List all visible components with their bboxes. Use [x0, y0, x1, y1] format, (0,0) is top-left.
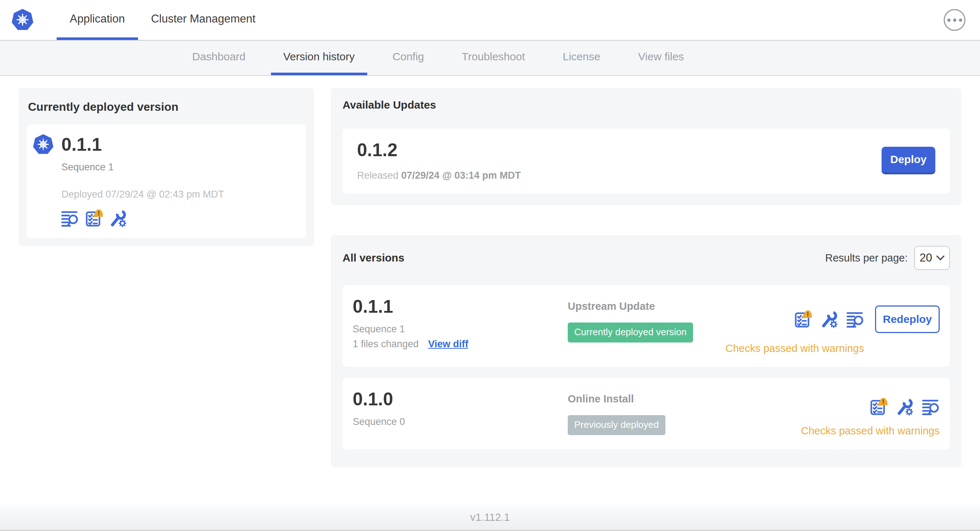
deployed-version-number: 0.1.1: [61, 134, 298, 155]
currently-deployed-title: Currently deployed version: [28, 100, 305, 114]
subnav-item-view-files[interactable]: View files: [626, 41, 696, 75]
row-source-label: Online Install: [568, 393, 801, 405]
update-info: 0.1.2 Released 07/29/24 @ 03:14 pm MDT: [357, 140, 521, 181]
admin-console-page: Application Cluster Management Dashboard…: [0, 0, 980, 531]
tab-cluster-management[interactable]: Cluster Management: [138, 0, 269, 40]
main-content: Currently deployed version 0.1.1 Sequenc…: [0, 76, 980, 505]
all-versions-header: All versions Results per page: 20: [342, 246, 950, 270]
diff-logs-icon[interactable]: [847, 310, 864, 328]
tab-application-label: Application: [70, 12, 125, 25]
page-footer: v1.112.1: [0, 505, 980, 531]
version-row-0-1-0: 0.1.0 Sequence 0 Online Install Previous…: [342, 378, 950, 449]
subnav-item-troubleshoot[interactable]: Troubleshoot: [449, 41, 537, 75]
version-row-left: 0.1.0 Sequence 0: [353, 389, 568, 437]
top-tab-bar: Application Cluster Management: [57, 0, 269, 40]
files-changed-label: 1 files changed: [353, 339, 419, 350]
config-icon[interactable]: [821, 310, 838, 328]
deployed-version-actions: [61, 210, 298, 227]
preflight-checks-warning-icon[interactable]: [870, 398, 888, 415]
version-row-middle: Upstream Update Currently deployed versi…: [568, 296, 725, 355]
chevron-down-icon: [936, 255, 944, 261]
diff-logs-icon[interactable]: [922, 398, 940, 415]
view-diff-link[interactable]: View diff: [428, 339, 469, 350]
tab-application[interactable]: Application: [57, 0, 138, 40]
update-released-line: Released 07/29/24 @ 03:14 pm MDT: [357, 170, 521, 181]
update-version-number: 0.1.2: [357, 140, 521, 161]
app-logo-icon: [32, 133, 54, 156]
row-sequence: Sequence 0: [353, 416, 568, 428]
version-row-middle: Online Install Previously deployed: [568, 389, 801, 437]
preflight-checks-warning-icon[interactable]: [85, 210, 103, 227]
tab-cluster-management-label: Cluster Management: [151, 12, 256, 25]
status-badge: Previously deployed: [568, 415, 665, 435]
version-row-0-1-1: 0.1.1 Sequence 1 1 files changed View di…: [342, 285, 950, 367]
version-row-actions: Checks passed with warnings: [801, 389, 940, 437]
available-updates-card: Available Updates 0.1.2 Released 07/29/2…: [331, 88, 961, 205]
row-version-number: 0.1.1: [353, 296, 568, 317]
deployed-version-card: 0.1.1 Sequence 1 Deployed 07/29/24 @ 02:…: [27, 125, 306, 238]
app-subnav: Dashboard Version history Config Trouble…: [0, 41, 980, 76]
kubernetes-logo-icon: [11, 8, 34, 32]
all-versions-card: All versions Results per page: 20 0.1.1 …: [331, 235, 961, 467]
subnav-item-version-history[interactable]: Version history: [271, 41, 367, 75]
top-bar: Application Cluster Management: [0, 0, 980, 41]
redeploy-button[interactable]: Redeploy: [875, 305, 940, 333]
ellipsis-icon: [947, 19, 951, 22]
subnav-item-dashboard[interactable]: Dashboard: [180, 41, 258, 75]
subnav-item-config[interactable]: Config: [380, 41, 437, 75]
row-version-number: 0.1.0: [353, 389, 568, 410]
checks-status-link[interactable]: Checks passed with warnings: [801, 425, 940, 437]
deploy-button[interactable]: Deploy: [881, 147, 935, 174]
deployed-timestamp: Deployed 07/29/24 @ 02:43 pm MDT: [61, 189, 298, 200]
released-label: Released: [357, 170, 398, 181]
overflow-menu-button[interactable]: [944, 9, 966, 31]
console-version: v1.112.1: [470, 511, 510, 523]
version-row-left: 0.1.1 Sequence 1 1 files changed View di…: [353, 296, 568, 355]
released-timestamp: 07/29/24 @ 03:14 pm MDT: [401, 170, 521, 181]
update-row: 0.1.2 Released 07/29/24 @ 03:14 pm MDT D…: [342, 129, 950, 194]
status-badge: Currently deployed version: [568, 323, 693, 342]
row-sequence: Sequence 1: [353, 324, 568, 335]
available-updates-title: Available Updates: [342, 99, 950, 111]
all-versions-title: All versions: [342, 252, 404, 264]
config-icon[interactable]: [109, 210, 127, 227]
results-per-page-select[interactable]: 20: [914, 246, 950, 270]
results-per-page: Results per page: 20: [825, 246, 950, 270]
diff-logs-icon[interactable]: [61, 210, 79, 227]
subnav-item-license[interactable]: License: [550, 41, 612, 75]
row-source-label: Upstream Update: [568, 300, 725, 312]
right-column: Available Updates 0.1.2 Released 07/29/2…: [331, 88, 961, 467]
checks-status-link[interactable]: Checks passed with warnings: [725, 342, 864, 355]
preflight-checks-warning-icon[interactable]: [794, 310, 812, 328]
results-per-page-label: Results per page:: [825, 252, 908, 264]
deployed-sequence: Sequence 1: [61, 162, 298, 173]
version-row-actions: Redeploy Checks passed with warnings: [725, 296, 940, 355]
currently-deployed-card: Currently deployed version 0.1.1 Sequenc…: [19, 88, 314, 246]
config-icon[interactable]: [896, 398, 913, 415]
results-per-page-value: 20: [920, 251, 932, 264]
